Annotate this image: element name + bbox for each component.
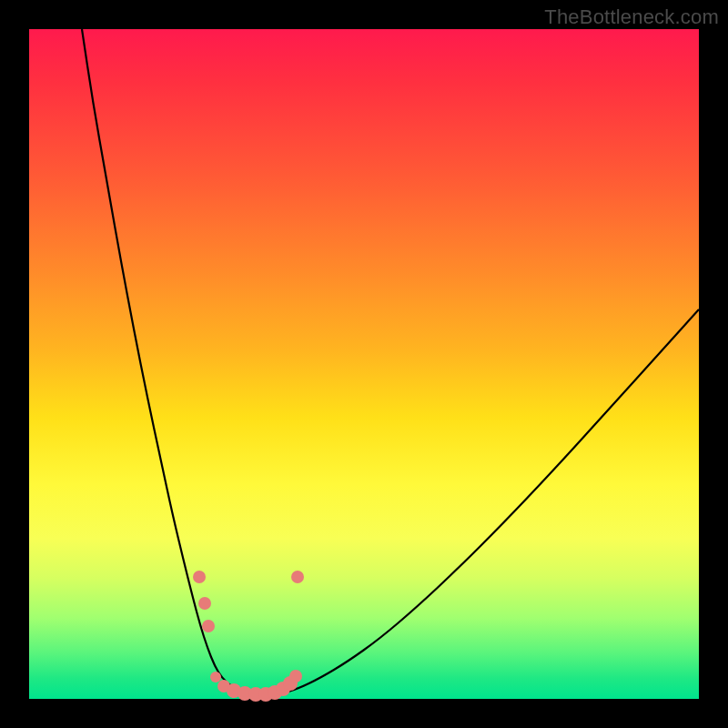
highlight-dot [202, 620, 215, 632]
bottleneck-curve [82, 29, 699, 695]
highlight-dot [198, 597, 211, 610]
highlight-dot [193, 571, 206, 583]
watermark-text: TheBottleneck.com [544, 5, 719, 29]
chart-frame: TheBottleneck.com [0, 0, 728, 728]
chart-svg [29, 29, 699, 699]
chart-plot-area [29, 29, 699, 699]
highlight-dot [210, 672, 221, 682]
highlight-dot [289, 670, 302, 682]
highlight-dot [291, 571, 304, 583]
highlight-dots [193, 571, 304, 702]
